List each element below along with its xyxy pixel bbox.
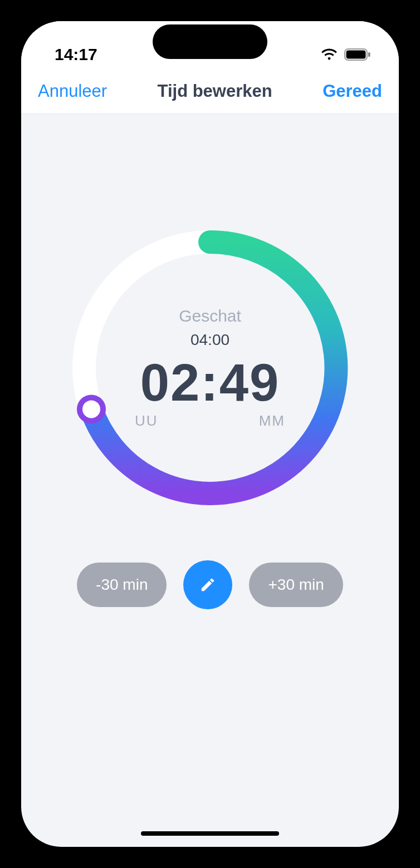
dynamic-island (153, 24, 267, 59)
svg-rect-2 (368, 52, 370, 57)
time-units-row: UU MM (118, 409, 302, 430)
current-time-value: 02:49 (140, 357, 280, 409)
home-indicator[interactable] (141, 831, 279, 836)
battery-icon (344, 48, 371, 61)
dial-readout: Geschat 04:00 02:49 UU MM (67, 225, 353, 510)
adjust-buttons-row: -30 min +30 min (77, 560, 343, 609)
time-dial[interactable]: Geschat 04:00 02:49 UU MM (67, 225, 353, 510)
content-area: Geschat 04:00 02:49 UU MM -30 min +30 mi… (21, 114, 399, 609)
status-icons (321, 48, 371, 61)
done-button[interactable]: Gereed (323, 81, 382, 101)
pencil-icon (199, 576, 216, 593)
page-title: Tijd bewerken (158, 81, 272, 101)
status-time: 14:17 (55, 45, 97, 64)
estimated-label: Geschat (179, 307, 241, 326)
screen: 14:17 Annuleer Tijd bewerken Gereed (21, 21, 399, 847)
phone-frame: 14:17 Annuleer Tijd bewerken Gereed (11, 11, 409, 857)
edit-button[interactable] (183, 560, 232, 609)
minus-30-button[interactable]: -30 min (77, 563, 167, 607)
hours-unit-label: UU (135, 412, 158, 430)
estimated-value: 04:00 (191, 331, 229, 349)
nav-bar: Annuleer Tijd bewerken Gereed (21, 71, 399, 114)
cancel-button[interactable]: Annuleer (38, 81, 107, 101)
plus-30-button[interactable]: +30 min (249, 563, 343, 607)
minutes-unit-label: MM (259, 412, 285, 430)
svg-rect-1 (346, 51, 366, 59)
wifi-icon (321, 48, 338, 61)
